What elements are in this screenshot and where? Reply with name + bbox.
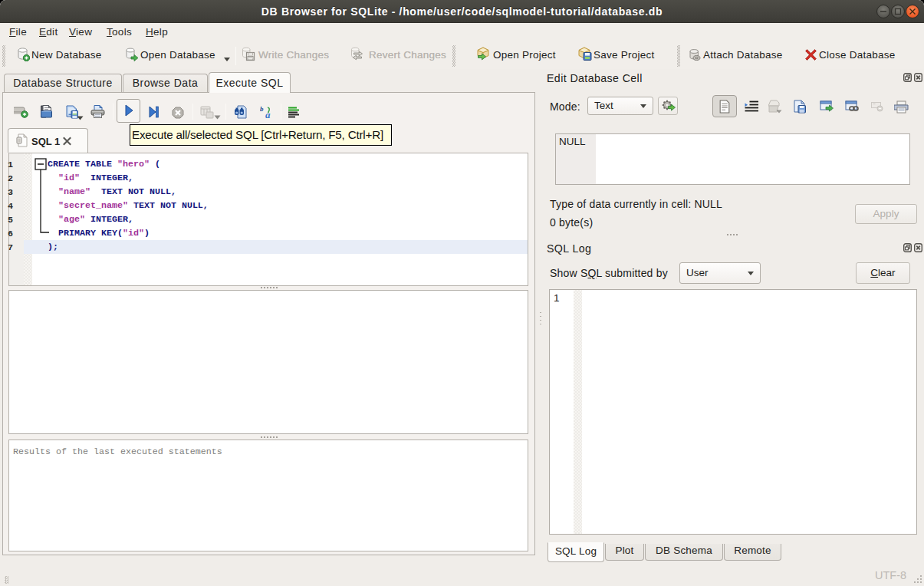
svg-text:a: a (265, 109, 271, 119)
svg-text:b: b (260, 105, 264, 113)
